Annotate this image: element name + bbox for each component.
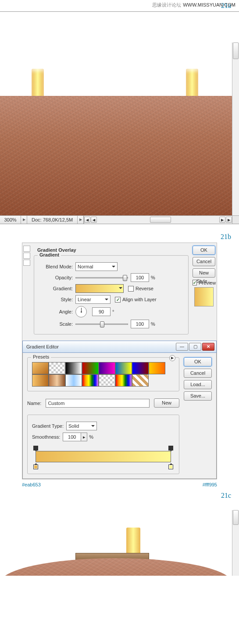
- reverse-checkbox[interactable]: Reverse: [128, 286, 153, 292]
- horizontal-scrollbar[interactable]: ◀◀ ▶▶: [84, 216, 232, 224]
- preset-swatch[interactable]: [132, 374, 149, 387]
- preset-swatch[interactable]: [32, 374, 49, 387]
- vertical-scrollbar[interactable]: [232, 42, 239, 215]
- preset-swatch[interactable]: [115, 362, 132, 374]
- new-button[interactable]: New: [154, 398, 179, 408]
- smoothness-menu-icon[interactable]: ▸: [81, 433, 87, 441]
- zoom-menu-icon[interactable]: ▶: [21, 216, 27, 224]
- angle-dial[interactable]: [75, 306, 87, 317]
- blend-mode-select[interactable]: Normal: [75, 262, 118, 271]
- presets-group: Presets ▶: [27, 357, 179, 391]
- gradient-group: Gradient Blend Mode: Normal Opacity: 100…: [34, 255, 189, 334]
- align-checkbox[interactable]: Align with Layer: [115, 297, 157, 303]
- gradient-type-select[interactable]: Solid: [66, 422, 97, 430]
- ge-load-button[interactable]: Load...: [184, 380, 212, 389]
- color-annotations: #eab653 #fff995: [0, 479, 239, 490]
- preset-swatch[interactable]: [82, 362, 99, 374]
- gradient-editor-window: Gradient Editor — ▢ ✕ Presets ▶ Name: Ne…: [22, 341, 217, 479]
- preset-swatch[interactable]: [132, 362, 149, 374]
- maximize-icon[interactable]: ▢: [189, 343, 201, 351]
- opacity-stop-right[interactable]: [168, 446, 173, 450]
- canvas-panel-c: [0, 510, 239, 576]
- resize-grip[interactable]: [232, 216, 239, 224]
- step-label-21c: 21c: [0, 490, 239, 501]
- zoom-field[interactable]: 300%: [0, 216, 21, 224]
- ok-button[interactable]: OK: [193, 246, 215, 255]
- color-stop-right[interactable]: [168, 465, 173, 469]
- watermark: 思缘设计论坛WWW.MISSYUAN.COM: [152, 2, 235, 8]
- preset-swatch[interactable]: [99, 374, 115, 387]
- color-left: #eab653: [22, 482, 41, 487]
- ge-save-button[interactable]: Save...: [184, 391, 212, 401]
- layer-style-dialog: Gradient Overlay Gradient Blend Mode: No…: [22, 243, 217, 479]
- preview-swatch: [194, 287, 214, 306]
- preset-swatch[interactable]: [65, 362, 82, 374]
- step-label-21b: 21b: [0, 231, 239, 243]
- preset-swatch[interactable]: [49, 374, 65, 387]
- style-select[interactable]: Linear: [75, 295, 111, 304]
- close-icon[interactable]: ✕: [202, 343, 214, 351]
- opacity-input[interactable]: 100: [131, 273, 149, 282]
- doc-info[interactable]: Doc: 768,0K/12,5M: [27, 216, 78, 224]
- minimize-icon[interactable]: —: [176, 343, 188, 351]
- ge-cancel-button[interactable]: Cancel: [184, 369, 212, 378]
- cancel-button[interactable]: Cancel: [193, 257, 215, 266]
- status-bar: 300% ▶ Doc: 768,0K/12,5M ▶ ◀◀ ▶▶: [0, 215, 239, 224]
- opacity-stop-left[interactable]: [33, 446, 38, 450]
- gradient-picker[interactable]: [75, 284, 124, 293]
- scale-slider[interactable]: [75, 320, 128, 327]
- gradient-name-input[interactable]: [46, 399, 150, 408]
- style-list-strip: [22, 243, 31, 343]
- preset-swatch[interactable]: [99, 362, 115, 374]
- preset-swatches: [32, 362, 165, 387]
- smoothness-input[interactable]: 100: [63, 433, 81, 441]
- gold-tab-right: [186, 69, 198, 96]
- ge-ok-button[interactable]: OK: [184, 357, 212, 366]
- angle-input[interactable]: 90: [92, 307, 111, 316]
- canvas-panel-a: 300% ▶ Doc: 768,0K/12,5M ▶ ◀◀ ▶▶: [0, 11, 239, 224]
- vertical-scrollbar-c[interactable]: [232, 510, 239, 576]
- color-right: #fff995: [203, 482, 217, 487]
- dialog-side-buttons: OK Cancel New Style... Preview: [191, 243, 217, 343]
- document-canvas[interactable]: [0, 12, 232, 216]
- scale-input[interactable]: 100: [131, 320, 149, 328]
- preset-swatch[interactable]: [49, 362, 65, 374]
- color-stop-left[interactable]: [33, 465, 38, 469]
- preset-swatch[interactable]: [65, 374, 82, 387]
- preset-swatch[interactable]: [82, 374, 99, 387]
- gradient-type-group: Gradient Type: Solid Smoothness: 100 ▸ %: [27, 415, 179, 474]
- opacity-slider[interactable]: [75, 274, 128, 281]
- gradient-bar[interactable]: [32, 445, 175, 469]
- presets-menu-icon[interactable]: ▶: [169, 355, 175, 361]
- preview-checkbox[interactable]: Preview: [193, 280, 215, 285]
- preset-swatch[interactable]: [149, 362, 165, 374]
- leather-surface: [0, 96, 232, 216]
- new-style-button[interactable]: New Style...: [193, 268, 215, 278]
- preset-swatch[interactable]: [115, 374, 132, 387]
- doc-info-menu-icon[interactable]: ▶: [78, 216, 84, 224]
- gold-tab-left: [32, 69, 44, 96]
- leather-surface-c: [0, 558, 232, 576]
- preset-swatch[interactable]: [32, 362, 49, 374]
